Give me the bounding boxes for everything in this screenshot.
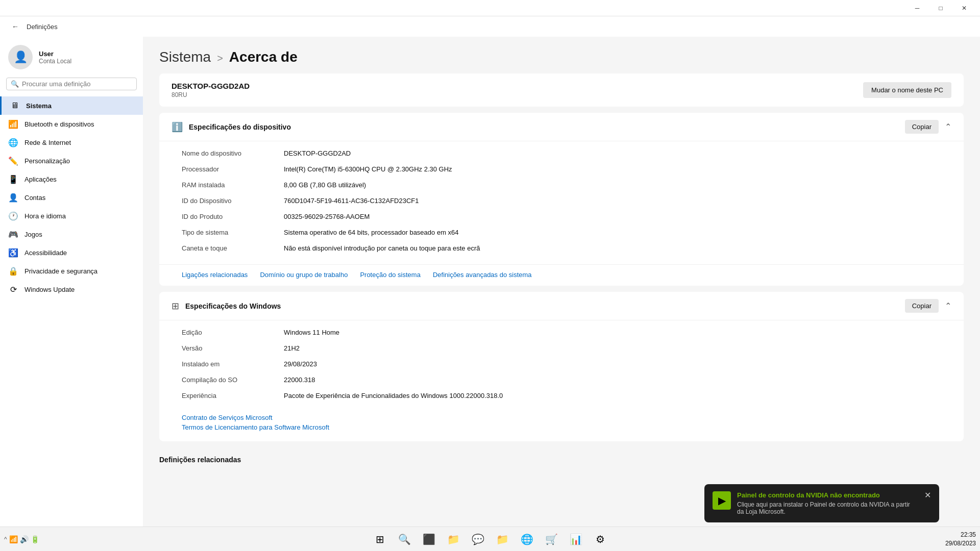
contas-icon: 👤 [8, 192, 18, 203]
spec-value: DESKTOP-GGGD2AD [284, 149, 951, 157]
search-input[interactable] [22, 80, 132, 88]
termos-link[interactable]: Termos de Licenciamento para Software Mi… [182, 423, 951, 431]
sidebar-item-hora[interactable]: 🕐 Hora e idioma [0, 207, 143, 225]
user-section: 👤 User Conta Local [0, 37, 143, 76]
spec-row: Tipo de sistema Sistema operativo de 64 … [182, 224, 951, 240]
spec-row: Caneta e toque Não está disponível intro… [182, 240, 951, 256]
spec-row: Processador Intel(R) Core(TM) i5-6300HQ … [182, 161, 951, 177]
related-definitions-title: Definições relacionadas [159, 447, 964, 468]
back-button[interactable]: ← [8, 19, 22, 34]
related-links: Ligações relacionadas Domínio ou grupo d… [159, 264, 964, 286]
taskbar-store[interactable]: 🛒 [540, 528, 562, 550]
app-title: Definições [27, 23, 58, 31]
windows-icon: ⊞ [172, 300, 179, 312]
maximize-button[interactable]: □ [929, 0, 952, 16]
minimize-button[interactable]: ─ [905, 0, 929, 16]
jogos-label: Jogos [24, 231, 135, 238]
windows-collapse-button[interactable]: ⌃ [945, 301, 951, 311]
related-link-ligacoes[interactable]: Ligações relacionadas [182, 271, 248, 279]
taskbar-teams[interactable]: 💬 [467, 528, 489, 550]
spec-value: Pacote de Experiência de Funcionalidades… [284, 392, 951, 399]
related-link-protecao[interactable]: Proteção do sistema [360, 271, 421, 279]
sidebar: 👤 User Conta Local 🔍 🖥 Sistema 📶 Bluetoo… [0, 37, 143, 527]
settings-app: ← Definições 👤 User Conta Local 🔍 🖥 Sist… [0, 16, 980, 527]
taskbar-left: ^ 📶 🔊 🔋 [4, 535, 39, 543]
rede-icon: 🌐 [8, 137, 18, 147]
sidebar-nav: 🖥 Sistema 📶 Bluetooth e dispositivos 🌐 R… [0, 96, 143, 298]
taskbar-edge[interactable]: 🌐 [516, 528, 538, 550]
taskbar-excel[interactable]: 📊 [565, 528, 587, 550]
content-wrapper: 👤 User Conta Local 🔍 🖥 Sistema 📶 Bluetoo… [0, 37, 980, 527]
acessibilidade-label: Acessibilidade [24, 249, 135, 257]
sistema-icon: 🖥 [10, 101, 20, 111]
page-title: Acerca de [229, 49, 298, 65]
taskbar-taskview[interactable]: ⬛ [418, 528, 440, 550]
spec-label: Versão [182, 344, 284, 352]
device-name-info: DESKTOP-GGGD2AD 80RU [172, 82, 250, 98]
contrato-link[interactable]: Contrato de Serviços Microsoft [182, 414, 951, 421]
jogos-icon: 🎮 [8, 229, 18, 239]
taskbar-search[interactable]: 🔍 [393, 528, 415, 550]
spec-label: Experiência [182, 392, 284, 399]
spec-row: Instalado em 29/08/2023 [182, 356, 951, 372]
notification-content: Painel de controlo da NVIDIA não encontr… [737, 491, 918, 515]
sidebar-item-privacidade[interactable]: 🔒 Privacidade e segurança [0, 262, 143, 280]
related-link-dominio[interactable]: Domínio ou grupo de trabalho [260, 271, 348, 279]
sidebar-item-windows-update[interactable]: ⟳ Windows Update [0, 280, 143, 298]
sidebar-item-aplicacoes[interactable]: 📱 Aplicações [0, 170, 143, 188]
app-header: ← Definições [0, 16, 980, 37]
taskbar-chevron[interactable]: ^ [4, 536, 7, 543]
spec-label: RAM instalada [182, 181, 284, 189]
windows-spec-links: Contrato de Serviços Microsoft Termos de… [159, 412, 964, 441]
notification-close-button[interactable]: ✕ [924, 491, 931, 499]
windows-copy-button[interactable]: Copiar [905, 299, 939, 313]
nvidia-icon: ▶ [713, 491, 731, 510]
notification-body: Clique aqui para instalar o Painel de co… [737, 501, 918, 515]
spec-label: Caneta e toque [182, 244, 284, 252]
spec-label: Instalado em [182, 360, 284, 368]
sidebar-item-personalizacao[interactable]: ✏️ Personalização [0, 152, 143, 170]
sidebar-item-acessibilidade[interactable]: ♿ Acessibilidade [0, 243, 143, 262]
personalizacao-icon: ✏️ [8, 156, 18, 166]
acessibilidade-icon: ♿ [8, 247, 18, 258]
taskbar-file-explorer[interactable]: 📁 [442, 528, 464, 550]
windows-update-icon: ⟳ [8, 284, 18, 294]
privacidade-icon: 🔒 [8, 266, 18, 276]
device-name-card: DESKTOP-GGGD2AD 80RU Mudar o nome deste … [159, 73, 964, 107]
notification-popup[interactable]: ▶ Painel de controlo da NVIDIA não encon… [704, 484, 939, 522]
battery-icon: 🔋 [31, 535, 39, 543]
spec-row: Experiência Pacote de Experiência de Fun… [182, 388, 951, 404]
spec-label: Tipo de sistema [182, 229, 284, 236]
personalizacao-label: Personalização [24, 157, 135, 165]
spec-label: Nome do dispositivo [182, 149, 284, 157]
breadcrumb-system: Sistema [159, 49, 211, 65]
clock-time: 22:35 [945, 531, 976, 539]
taskbar-start[interactable]: ⊞ [369, 528, 391, 550]
spec-label: Compilação do SO [182, 376, 284, 384]
close-button[interactable]: ✕ [952, 0, 976, 16]
device-collapse-button[interactable]: ⌃ [945, 122, 951, 132]
device-specs-card: ℹ️ Especificações do dispositivo Copiar … [159, 113, 964, 286]
taskbar-settings[interactable]: ⚙ [589, 528, 611, 550]
spec-label: Processador [182, 165, 284, 173]
windows-update-label: Windows Update [24, 286, 135, 293]
sidebar-item-contas[interactable]: 👤 Contas [0, 188, 143, 207]
spec-row: Nome do dispositivo DESKTOP-GGGD2AD [182, 145, 951, 161]
sidebar-item-jogos[interactable]: 🎮 Jogos [0, 225, 143, 243]
related-link-definicoes[interactable]: Definições avançadas do sistema [433, 271, 532, 279]
sidebar-item-bluetooth[interactable]: 📶 Bluetooth e dispositivos [0, 115, 143, 133]
notification-title: Painel de controlo da NVIDIA não encontr… [737, 491, 918, 499]
sidebar-item-rede[interactable]: 🌐 Rede & Internet [0, 133, 143, 152]
windows-specs-title: Especificações do Windows [185, 302, 281, 310]
titlebar: ─ □ ✕ [0, 0, 980, 16]
rename-button[interactable]: Mudar o nome deste PC [863, 82, 951, 98]
rede-label: Rede & Internet [24, 139, 135, 146]
spec-row: ID do Dispositivo 760D1047-5F19-4611-AC3… [182, 193, 951, 209]
device-copy-button[interactable]: Copiar [905, 120, 939, 134]
search-icon: 🔍 [11, 80, 19, 88]
spec-label: Edição [182, 329, 284, 336]
taskbar-folder[interactable]: 📁 [491, 528, 513, 550]
page-header: Sistema > Acerca de [159, 37, 964, 73]
taskbar: ^ 📶 🔊 🔋 ⊞ 🔍 ⬛ 📁 💬 📁 🌐 🛒 📊 ⚙ 22:35 29/08/… [0, 527, 980, 551]
sidebar-item-sistema[interactable]: 🖥 Sistema [0, 96, 143, 115]
